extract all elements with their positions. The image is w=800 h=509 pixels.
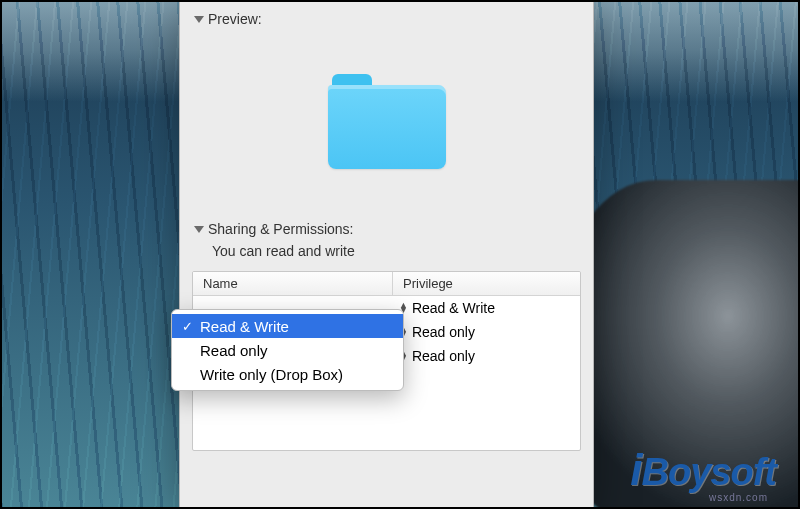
preview-area <box>180 31 593 211</box>
menu-item-label: Read & Write <box>200 318 289 335</box>
privilege-popup-cell[interactable]: ▲▼ Read only <box>393 348 580 364</box>
disclosure-triangle-icon[interactable] <box>194 226 204 233</box>
get-info-panel: Preview: Sharing & Permissions: You can … <box>179 0 594 509</box>
preview-section-header[interactable]: Preview: <box>180 1 593 31</box>
privilege-dropdown-menu: ✓ Read & Write Read only Write only (Dro… <box>171 309 404 391</box>
disclosure-triangle-icon[interactable] <box>194 16 204 23</box>
sharing-label: Sharing & Permissions: <box>208 221 354 237</box>
column-header-name[interactable]: Name <box>193 272 393 295</box>
menu-item-read-only[interactable]: Read only <box>172 338 403 362</box>
menu-item-write-only[interactable]: Write only (Drop Box) <box>172 362 403 386</box>
privilege-value: Read & Write <box>412 300 495 316</box>
menu-item-label: Read only <box>200 342 268 359</box>
watermark-subtext: wsxdn.com <box>709 492 768 503</box>
privilege-value: Read only <box>412 348 475 364</box>
privilege-popup-cell[interactable]: ▲▼ Read & Write <box>393 300 580 316</box>
permission-status-text: You can read and write <box>180 241 593 267</box>
sharing-section-header[interactable]: Sharing & Permissions: <box>180 211 593 241</box>
watermark-logo: iBoysoft <box>630 445 776 495</box>
privilege-popup-cell[interactable]: ▲▼ Read only <box>393 324 580 340</box>
column-header-privilege[interactable]: Privilege <box>393 272 580 295</box>
menu-item-read-write[interactable]: ✓ Read & Write <box>172 314 403 338</box>
privilege-value: Read only <box>412 324 475 340</box>
folder-icon <box>328 74 446 169</box>
preview-label: Preview: <box>208 11 262 27</box>
menu-item-label: Write only (Drop Box) <box>200 366 343 383</box>
table-header-row: Name Privilege <box>193 272 580 296</box>
checkmark-icon: ✓ <box>180 319 194 334</box>
